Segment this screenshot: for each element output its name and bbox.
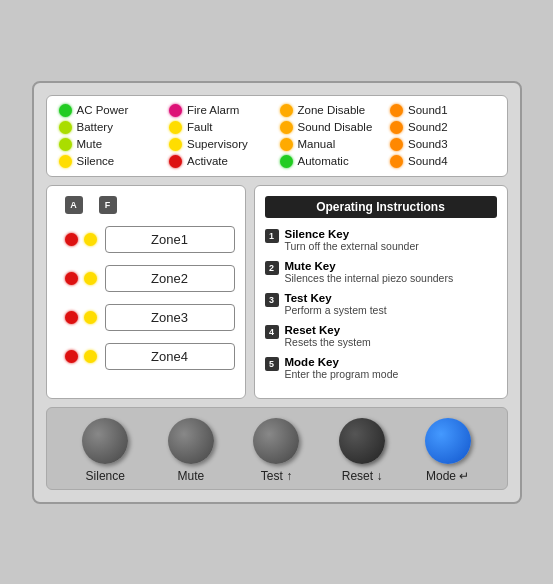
test-btn-group: Test ↑ [253,418,299,483]
silence-label: Silence [77,155,115,167]
sound1-led [390,104,403,117]
zone4-fault-led [84,350,97,363]
instr-title-1: Silence Key [285,228,419,240]
instr-num-3: 3 [265,293,279,307]
zone4-alarm-led [65,350,78,363]
zone3-row: Zone3 [57,304,235,331]
sound4-led [390,155,403,168]
zone4-button[interactable]: Zone4 [105,343,235,370]
silence-btn-group: Silence [82,418,128,483]
mode-btn-group: Mode ↵ [425,418,471,483]
zone2-row: Zone2 [57,265,235,292]
legend-sound3: Sound3 [390,138,495,151]
fire-alarm-label: Fire Alarm [187,104,239,116]
mode-button[interactable] [425,418,471,464]
legend-box: AC Power Fire Alarm Zone Disable Sound1 … [46,95,508,177]
zone3-alarm-led [65,311,78,324]
zone1-button[interactable]: Zone1 [105,226,235,253]
instr-num-4: 4 [265,325,279,339]
zone3-fault-led [84,311,97,324]
test-button[interactable] [253,418,299,464]
button-row: Silence Mute Test ↑ Reset ↓ Mode ↵ [46,407,508,490]
manual-led [280,138,293,151]
mute-button[interactable] [168,418,214,464]
automatic-label: Automatic [298,155,349,167]
reset-button[interactable] [339,418,385,464]
legend-supervisory: Supervisory [169,138,274,151]
instr-title-4: Reset Key [285,324,371,336]
legend-sound4: Sound4 [390,155,495,168]
legend-mute: Mute [59,138,164,151]
instr-num-1: 1 [265,229,279,243]
instr-desc-5: Enter the program mode [285,368,399,380]
ac-power-label: AC Power [77,104,129,116]
fault-label: Fault [187,121,213,133]
instr-content-5: Mode Key Enter the program mode [285,356,399,380]
supervisory-label: Supervisory [187,138,248,150]
instr-num-2: 2 [265,261,279,275]
battery-label: Battery [77,121,113,133]
zone1-leds [57,233,97,246]
main-panel: AC Power Fire Alarm Zone Disable Sound1 … [32,81,522,504]
legend-battery: Battery [59,121,164,134]
legend-sound1: Sound1 [390,104,495,117]
instruction-2: 2 Mute Key Silences the internal piezo s… [265,260,497,284]
instruction-3: 3 Test Key Perform a system test [265,292,497,316]
sound3-label: Sound3 [408,138,448,150]
header-a: A [65,196,83,214]
sound2-label: Sound2 [408,121,448,133]
legend-fault: Fault [169,121,274,134]
legend-sound2: Sound2 [390,121,495,134]
instr-desc-3: Perform a system test [285,304,387,316]
legend-automatic: Automatic [280,155,385,168]
zone1-alarm-led [65,233,78,246]
instr-content-2: Mute Key Silences the internal piezo sou… [285,260,454,284]
zone2-button[interactable]: Zone2 [105,265,235,292]
reset-btn-group: Reset ↓ [339,418,385,483]
zone1-fault-led [84,233,97,246]
silence-button[interactable] [82,418,128,464]
legend-sound-disable: Sound Disable [280,121,385,134]
instruction-4: 4 Reset Key Resets the system [265,324,497,348]
sound3-led [390,138,403,151]
reset-btn-label: Reset ↓ [342,469,383,483]
legend-activate: Activate [169,155,274,168]
instr-title-2: Mute Key [285,260,454,272]
test-btn-label: Test ↑ [261,469,292,483]
main-content: A F Zone1 Zone2 [46,185,508,399]
manual-label: Manual [298,138,336,150]
mute-led [59,138,72,151]
fire-alarm-led [169,104,182,117]
instructions-title: Operating Instructions [265,196,497,218]
zone-panel: A F Zone1 Zone2 [46,185,246,399]
automatic-led [280,155,293,168]
instructions-panel: Operating Instructions 1 Silence Key Tur… [254,185,508,399]
zone-disable-label: Zone Disable [298,104,366,116]
supervisory-led [169,138,182,151]
zone2-fault-led [84,272,97,285]
mute-label: Mute [77,138,103,150]
battery-led [59,121,72,134]
zone4-leds [57,350,97,363]
zone4-row: Zone4 [57,343,235,370]
zone3-leds [57,311,97,324]
mute-btn-group: Mute [168,418,214,483]
sound-disable-label: Sound Disable [298,121,373,133]
header-f: F [99,196,117,214]
silence-btn-label: Silence [86,469,125,483]
mute-btn-label: Mute [178,469,205,483]
activate-label: Activate [187,155,228,167]
instr-content-1: Silence Key Turn off the external sounde… [285,228,419,252]
zone1-row: Zone1 [57,226,235,253]
instruction-5: 5 Mode Key Enter the program mode [265,356,497,380]
instr-desc-4: Resets the system [285,336,371,348]
sound2-led [390,121,403,134]
legend-manual: Manual [280,138,385,151]
instr-num-5: 5 [265,357,279,371]
legend-silence: Silence [59,155,164,168]
instr-content-4: Reset Key Resets the system [285,324,371,348]
zone2-alarm-led [65,272,78,285]
instr-desc-2: Silences the internal piezo sounders [285,272,454,284]
zone3-button[interactable]: Zone3 [105,304,235,331]
ac-power-led [59,104,72,117]
